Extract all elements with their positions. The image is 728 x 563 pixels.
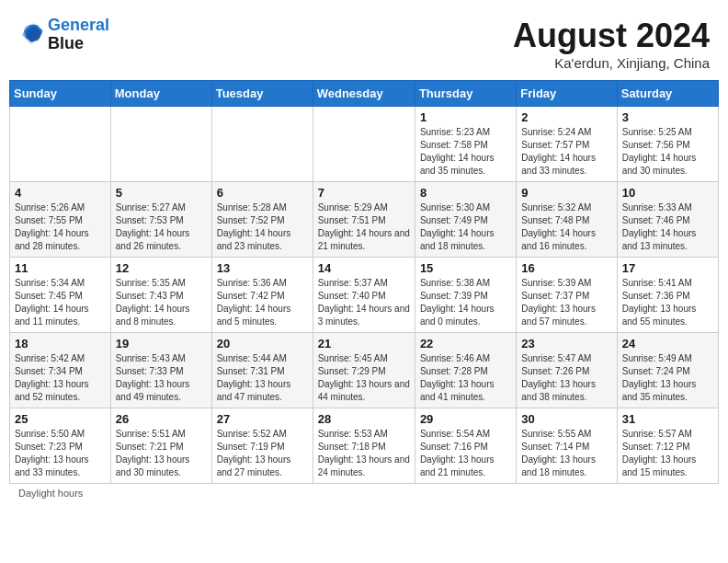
day-info: Sunrise: 5:39 AM Sunset: 7:37 PM Dayligh… [521,277,611,328]
day-number: 5 [116,186,207,200]
day-info: Sunrise: 5:34 AM Sunset: 7:45 PM Dayligh… [15,277,106,328]
calendar-day-header: Friday [517,81,617,107]
calendar-day-cell: 12Sunrise: 5:35 AM Sunset: 7:43 PM Dayli… [110,258,211,333]
calendar-day-cell: 15Sunrise: 5:38 AM Sunset: 7:39 PM Dayli… [415,258,516,333]
day-info: Sunrise: 5:23 AM Sunset: 7:58 PM Dayligh… [420,126,511,178]
calendar-day-cell: 25Sunrise: 5:50 AM Sunset: 7:23 PM Dayli… [10,408,111,484]
calendar-day-cell: 18Sunrise: 5:42 AM Sunset: 7:34 PM Dayli… [10,333,111,408]
day-number: 9 [521,186,611,200]
calendar-day-cell: 9Sunrise: 5:32 AM Sunset: 7:48 PM Daylig… [517,182,617,258]
day-number: 30 [521,412,611,426]
calendar-day-header: Monday [110,81,211,107]
calendar-week-row: 25Sunrise: 5:50 AM Sunset: 7:23 PM Dayli… [10,408,719,484]
day-info: Sunrise: 5:26 AM Sunset: 7:55 PM Dayligh… [15,201,106,253]
calendar-day-cell: 10Sunrise: 5:33 AM Sunset: 7:46 PM Dayli… [617,182,718,258]
calendar-day-cell [211,107,313,182]
calendar-day-cell [110,107,211,182]
calendar-day-header: Thursday [415,81,516,107]
calendar-day-cell: 1Sunrise: 5:23 AM Sunset: 7:58 PM Daylig… [415,107,516,182]
calendar-day-cell: 22Sunrise: 5:46 AM Sunset: 7:28 PM Dayli… [415,333,516,408]
day-number: 18 [15,337,106,350]
calendar-day-cell: 11Sunrise: 5:34 AM Sunset: 7:45 PM Dayli… [10,258,111,333]
day-number: 12 [116,261,207,275]
calendar-header-row: SundayMondayTuesdayWednesdayThursdayFrid… [10,81,719,107]
day-number: 23 [521,337,611,350]
day-number: 26 [116,412,207,426]
calendar-day-cell: 6Sunrise: 5:28 AM Sunset: 7:52 PM Daylig… [211,182,313,258]
day-info: Sunrise: 5:55 AM Sunset: 7:14 PM Dayligh… [521,428,611,479]
calendar-day-cell: 7Sunrise: 5:29 AM Sunset: 7:51 PM Daylig… [313,182,415,258]
day-info: Sunrise: 5:57 AM Sunset: 7:12 PM Dayligh… [622,428,713,479]
calendar-day-cell: 5Sunrise: 5:27 AM Sunset: 7:53 PM Daylig… [110,182,211,258]
calendar-day-cell: 26Sunrise: 5:51 AM Sunset: 7:21 PM Dayli… [110,408,211,484]
day-info: Sunrise: 5:53 AM Sunset: 7:18 PM Dayligh… [318,428,410,479]
calendar-day-header: Tuesday [211,81,313,107]
month-title: August 2024 [513,17,710,55]
calendar-day-header: Wednesday [313,81,415,107]
footer-note: Daylight hours [9,484,719,502]
calendar-day-cell [10,107,111,182]
day-number: 15 [420,261,511,275]
calendar-day-cell: 2Sunrise: 5:24 AM Sunset: 7:57 PM Daylig… [517,107,617,182]
calendar-day-cell: 21Sunrise: 5:45 AM Sunset: 7:29 PM Dayli… [313,333,415,408]
calendar-week-row: 18Sunrise: 5:42 AM Sunset: 7:34 PM Dayli… [10,333,719,408]
day-number: 29 [420,412,511,426]
day-number: 10 [622,186,713,200]
day-info: Sunrise: 5:27 AM Sunset: 7:53 PM Dayligh… [116,201,207,253]
day-number: 21 [318,337,410,350]
calendar-day-cell: 16Sunrise: 5:39 AM Sunset: 7:37 PM Dayli… [517,258,617,333]
calendar-day-cell: 27Sunrise: 5:52 AM Sunset: 7:19 PM Dayli… [211,408,313,484]
day-number: 6 [217,186,308,200]
logo-icon [18,22,44,48]
calendar-day-cell: 4Sunrise: 5:26 AM Sunset: 7:55 PM Daylig… [10,182,111,258]
calendar-table: SundayMondayTuesdayWednesdayThursdayFrid… [9,80,719,484]
day-number: 19 [116,337,207,350]
day-number: 25 [15,412,106,426]
day-info: Sunrise: 5:38 AM Sunset: 7:39 PM Dayligh… [420,277,511,328]
calendar-day-cell: 30Sunrise: 5:55 AM Sunset: 7:14 PM Dayli… [517,408,617,484]
calendar-day-cell: 19Sunrise: 5:43 AM Sunset: 7:33 PM Dayli… [110,333,211,408]
day-number: 8 [420,186,511,200]
day-number: 4 [15,186,106,200]
day-info: Sunrise: 5:32 AM Sunset: 7:48 PM Dayligh… [521,201,611,253]
day-number: 17 [622,261,713,275]
day-info: Sunrise: 5:37 AM Sunset: 7:40 PM Dayligh… [318,277,410,328]
day-info: Sunrise: 5:50 AM Sunset: 7:23 PM Dayligh… [15,428,106,479]
calendar-day-cell: 8Sunrise: 5:30 AM Sunset: 7:49 PM Daylig… [415,182,516,258]
day-info: Sunrise: 5:42 AM Sunset: 7:34 PM Dayligh… [15,352,106,404]
day-number: 1 [420,110,511,124]
day-info: Sunrise: 5:45 AM Sunset: 7:29 PM Dayligh… [318,352,410,404]
location: Ka'erdun, Xinjiang, China [513,55,710,71]
day-info: Sunrise: 5:49 AM Sunset: 7:24 PM Dayligh… [622,352,713,404]
calendar-day-cell: 14Sunrise: 5:37 AM Sunset: 7:40 PM Dayli… [313,258,415,333]
calendar-day-cell [313,107,415,182]
day-info: Sunrise: 5:46 AM Sunset: 7:28 PM Dayligh… [420,352,511,404]
calendar-day-cell: 20Sunrise: 5:44 AM Sunset: 7:31 PM Dayli… [211,333,313,408]
day-number: 31 [622,412,713,426]
day-info: Sunrise: 5:29 AM Sunset: 7:51 PM Dayligh… [318,201,410,253]
calendar-day-cell: 13Sunrise: 5:36 AM Sunset: 7:42 PM Dayli… [211,258,313,333]
calendar-week-row: 4Sunrise: 5:26 AM Sunset: 7:55 PM Daylig… [10,182,719,258]
day-info: Sunrise: 5:36 AM Sunset: 7:42 PM Dayligh… [217,277,308,328]
calendar-day-cell: 3Sunrise: 5:25 AM Sunset: 7:56 PM Daylig… [617,107,718,182]
day-info: Sunrise: 5:28 AM Sunset: 7:52 PM Dayligh… [217,201,308,253]
calendar-day-header: Saturday [617,81,718,107]
day-number: 14 [318,261,410,275]
calendar-day-cell: 29Sunrise: 5:54 AM Sunset: 7:16 PM Dayli… [415,408,516,484]
day-number: 27 [217,412,308,426]
calendar-day-cell: 17Sunrise: 5:41 AM Sunset: 7:36 PM Dayli… [617,258,718,333]
calendar-day-cell: 24Sunrise: 5:49 AM Sunset: 7:24 PM Dayli… [617,333,718,408]
day-info: Sunrise: 5:52 AM Sunset: 7:19 PM Dayligh… [217,428,308,479]
day-number: 2 [521,110,611,124]
day-number: 28 [318,412,410,426]
day-info: Sunrise: 5:47 AM Sunset: 7:26 PM Dayligh… [521,352,611,404]
day-number: 16 [521,261,611,275]
day-info: Sunrise: 5:35 AM Sunset: 7:43 PM Dayligh… [116,277,207,328]
calendar-week-row: 1Sunrise: 5:23 AM Sunset: 7:58 PM Daylig… [10,107,719,182]
day-info: Sunrise: 5:41 AM Sunset: 7:36 PM Dayligh… [622,277,713,328]
day-info: Sunrise: 5:44 AM Sunset: 7:31 PM Dayligh… [217,352,308,404]
day-number: 11 [15,261,106,275]
day-info: Sunrise: 5:33 AM Sunset: 7:46 PM Dayligh… [622,201,713,253]
day-number: 20 [217,337,308,350]
day-info: Sunrise: 5:30 AM Sunset: 7:49 PM Dayligh… [420,201,511,253]
